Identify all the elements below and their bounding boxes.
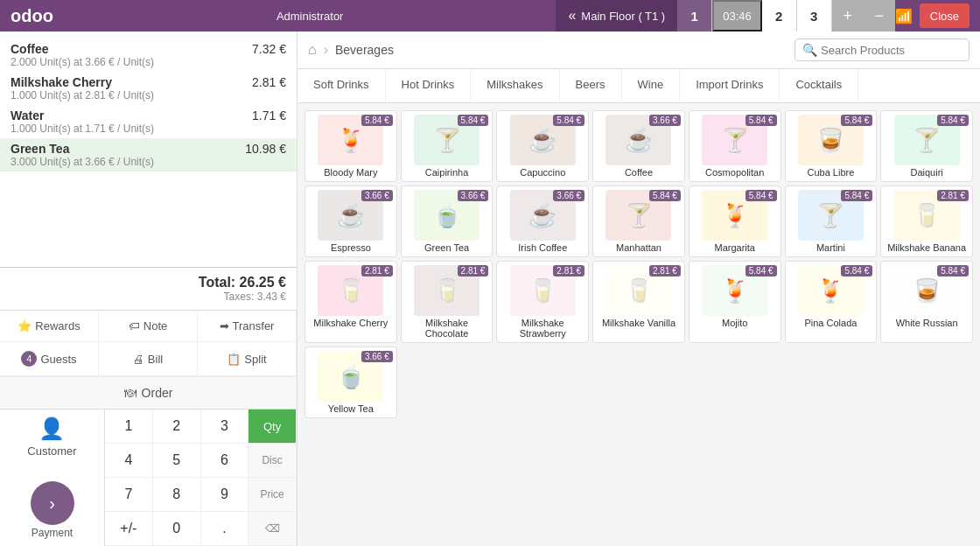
close-button[interactable]: Close xyxy=(920,4,970,28)
product-emoji: 🍸 xyxy=(913,127,941,154)
table-add-button[interactable]: + xyxy=(832,0,864,32)
wifi-icon: 📶 xyxy=(895,8,913,24)
product-price-badge: 3.66 € xyxy=(553,190,584,201)
table-btn-1[interactable]: 1 xyxy=(677,0,712,32)
floor-tab[interactable]: « Main Floor ( T1 ) xyxy=(556,0,677,32)
category-tab-soft[interactable]: Soft Drinks xyxy=(298,69,386,102)
numpad-key-.[interactable]: . xyxy=(201,512,249,546)
order-item-price: 1.71 € xyxy=(252,108,286,122)
category-tab-import[interactable]: Import Drinks xyxy=(680,69,780,102)
order-item-price: 7.32 € xyxy=(252,42,286,56)
bill-button[interactable]: 🖨 Bill xyxy=(99,342,198,376)
table-remove-button[interactable]: − xyxy=(864,0,895,32)
order-item[interactable]: Coffee 7.32 € 2.000 Unit(s) at 3.66 € / … xyxy=(0,38,297,72)
product-emoji: 🍸 xyxy=(816,202,844,229)
numpad-key-price[interactable]: Price xyxy=(248,478,297,512)
numpad-key-8[interactable]: 8 xyxy=(153,478,201,512)
top-bar: odoo Administrator « Main Floor ( T1 ) 1… xyxy=(0,0,980,32)
numpad-key-5[interactable]: 5 xyxy=(153,444,201,478)
order-item-price: 2.81 € xyxy=(252,75,286,89)
product-card[interactable]: 5.84 € 🥃 White Russian xyxy=(880,261,973,343)
order-item-name: Water xyxy=(10,108,44,122)
order-item-name: Green Tea xyxy=(10,142,69,156)
product-name: White Russian xyxy=(896,318,958,328)
product-card[interactable]: 3.66 € ☕ Espresso xyxy=(304,186,397,257)
order-total: Total: 26.25 € Taxes: 3.43 € xyxy=(0,267,297,310)
left-panel: Coffee 7.32 € 2.000 Unit(s) at 3.66 € / … xyxy=(0,32,298,546)
category-tab-milkshakes[interactable]: Milkshakes xyxy=(471,69,559,102)
rewards-button[interactable]: ⭐ Rewards xyxy=(0,311,99,342)
product-card[interactable]: 2.81 € 🥛 Milkshake Vanilla xyxy=(592,261,685,343)
customer-button[interactable]: 👤 Customer xyxy=(27,416,76,458)
product-card[interactable]: 3.66 € ☕ Coffee xyxy=(592,110,685,182)
product-emoji: 🍹 xyxy=(816,277,844,304)
product-card[interactable]: 2.81 € 🥛 Milkshake Cherry xyxy=(304,261,397,343)
product-card[interactable]: 5.84 € 🍹 Margarita xyxy=(689,186,781,257)
order-item-detail: 1.000 Unit(s) at 1.71 € / Unit(s) xyxy=(10,122,286,135)
product-card[interactable]: 5.84 € 🥃 Cuba Libre xyxy=(785,110,878,182)
product-card[interactable]: 3.66 € ☕ Irish Coffee xyxy=(496,186,589,257)
product-emoji: 🥛 xyxy=(625,277,653,304)
numpad-key-4[interactable]: 4 xyxy=(105,444,153,478)
product-card[interactable]: 2.81 € 🥛 Milkshake Chocolate xyxy=(401,261,494,343)
category-tab-beers[interactable]: Beers xyxy=(560,69,622,102)
order-item-detail: 1.000 Unit(s) at 2.81 € / Unit(s) xyxy=(10,89,286,102)
numpad-key-2[interactable]: 2 xyxy=(153,410,201,444)
product-card[interactable]: 3.66 € 🍵 Yellow Tea xyxy=(304,346,397,418)
order-item[interactable]: Water 1.71 € 1.000 Unit(s) at 1.71 € / U… xyxy=(0,105,297,138)
product-card[interactable]: 5.84 € 🍹 Mojito xyxy=(689,261,781,343)
numpad-key-1[interactable]: 1 xyxy=(105,410,153,444)
product-card[interactable]: 5.84 € 🍸 Cosmopolitan xyxy=(689,110,781,182)
table-btn-3[interactable]: 3 xyxy=(797,0,832,32)
product-card[interactable]: 5.84 € 🍸 Daiquiri xyxy=(880,110,973,182)
order-item[interactable]: Green Tea 10.98 € 3.000 Unit(s) at 3.66 … xyxy=(0,138,297,172)
product-price-badge: 5.84 € xyxy=(937,265,969,276)
numpad-key-9[interactable]: 9 xyxy=(201,478,249,512)
product-card[interactable]: 5.84 € 🍸 Manhattan xyxy=(592,186,685,257)
product-name: Manhattan xyxy=(616,242,662,253)
product-card[interactable]: 5.84 € ☕ Capuccino xyxy=(496,110,589,182)
product-price-badge: 5.84 € xyxy=(746,190,777,201)
numpad-key-6[interactable]: 6 xyxy=(201,444,249,478)
product-card[interactable]: 2.81 € 🥛 Milkshake Strawberry xyxy=(496,261,589,343)
order-item[interactable]: Milkshake Cherry 2.81 € 1.000 Unit(s) at… xyxy=(0,72,297,105)
category-tab-cocktails[interactable]: Cocktails xyxy=(780,69,858,102)
product-price-badge: 5.84 € xyxy=(841,115,872,126)
product-card[interactable]: 3.66 € 🍵 Green Tea xyxy=(401,186,494,257)
product-name: Pina Colada xyxy=(804,318,857,328)
order-button[interactable]: 🍽 Order xyxy=(0,376,297,409)
guests-count-badge: 4 xyxy=(21,351,37,367)
numpad-key-0[interactable]: 0 xyxy=(153,512,201,546)
search-input[interactable] xyxy=(821,44,962,57)
numpad-key-7[interactable]: 7 xyxy=(105,478,153,512)
numpad-key-disc[interactable]: Disc xyxy=(248,444,297,478)
numpad-key-+/-[interactable]: +/- xyxy=(105,512,153,546)
home-icon[interactable]: ⌂ xyxy=(308,42,317,58)
payment-button[interactable]: › xyxy=(31,481,74,525)
numpad-grid: 123Qty456Disc789Price+/-0.⌫ xyxy=(105,410,297,546)
order-item-price: 10.98 € xyxy=(245,142,286,156)
table-btn-2[interactable]: 2 xyxy=(762,0,797,32)
floor-tab-arrow: « xyxy=(568,8,576,24)
breadcrumb-current: Beverages xyxy=(335,43,394,57)
product-card[interactable]: 5.84 € 🍸 Martini xyxy=(785,186,878,257)
product-emoji: ☕ xyxy=(625,127,653,154)
guests-button[interactable]: 4 Guests xyxy=(0,342,99,376)
numpad-key-3[interactable]: 3 xyxy=(201,410,249,444)
product-card[interactable]: 2.81 € 🥛 Milkshake Banana xyxy=(880,186,973,257)
split-icon: 📋 xyxy=(227,353,241,366)
category-tab-wine[interactable]: Wine xyxy=(622,69,681,102)
product-card[interactable]: 5.84 € 🍸 Caipirinha xyxy=(401,110,494,182)
product-emoji: 🍹 xyxy=(721,202,749,229)
split-button[interactable]: 📋 Split xyxy=(198,342,297,376)
transfer-button[interactable]: ➡ Transfer xyxy=(198,311,297,342)
category-tab-hot[interactable]: Hot Drinks xyxy=(386,69,472,102)
floor-tab-label: Main Floor ( T1 ) xyxy=(581,10,665,23)
product-card[interactable]: 5.84 € 🍹 Bloody Mary xyxy=(304,110,397,182)
numpad-key-qty[interactable]: Qty xyxy=(248,410,297,444)
note-button[interactable]: 🏷 Note xyxy=(99,311,198,342)
split-label: Split xyxy=(244,353,266,366)
numpad-key-⌫[interactable]: ⌫ xyxy=(248,512,297,546)
product-card[interactable]: 5.84 € 🍹 Pina Colada xyxy=(785,261,878,343)
product-emoji: ☕ xyxy=(528,202,556,229)
